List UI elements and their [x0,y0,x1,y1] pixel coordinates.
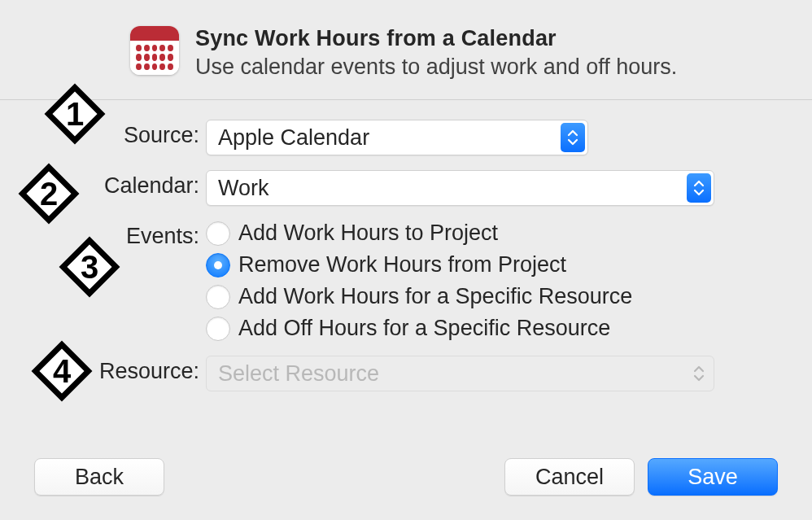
calendar-popup[interactable]: Work [206,170,714,206]
source-label: Source: [0,120,206,148]
radio-dot-icon [206,221,230,246]
calendar-value: Work [218,176,269,201]
events-radio-option[interactable]: Add Work Hours to Project [206,221,714,246]
radio-dot-icon [206,253,230,277]
radio-dot-icon [206,317,230,341]
dialog-footer: Back Cancel Save [0,458,812,520]
dialog-subtitle: Use calendar events to adjust work and o… [195,55,677,80]
resource-popup: Select Resource [206,356,714,391]
calendar-icon [130,26,179,75]
cancel-button[interactable]: Cancel [504,458,635,496]
events-radio-label: Add Work Hours for a Specific Resource [238,284,632,309]
cancel-button-label: Cancel [535,465,604,490]
source-value: Apple Calendar [218,125,369,151]
events-radio-option[interactable]: Remove Work Hours from Project [206,252,714,277]
events-radio-option[interactable]: Add Work Hours for a Specific Resource [206,284,714,309]
updown-icon [687,359,711,388]
back-button[interactable]: Back [34,458,164,496]
back-button-label: Back [75,465,124,490]
events-label: Events: [0,221,206,249]
events-radio-option[interactable]: Add Off Hours for a Specific Resource [206,316,714,341]
resource-placeholder: Select Resource [218,361,379,387]
dialog-title: Sync Work Hours from a Calendar [195,26,677,51]
dialog-header: Sync Work Hours from a Calendar Use cale… [0,0,812,99]
events-radio-group: Add Work Hours to ProjectRemove Work Hou… [206,221,714,341]
save-button-label: Save [688,465,738,490]
resource-label: Resource: [0,356,206,384]
updown-icon [687,173,711,203]
save-button[interactable]: Save [648,458,778,496]
events-radio-label: Add Off Hours for a Specific Resource [238,316,610,341]
events-radio-label: Remove Work Hours from Project [238,252,566,277]
source-popup[interactable]: Apple Calendar [206,120,588,155]
calendar-label: Calendar: [0,170,206,199]
form-body: Source: Apple Calendar Calendar: Work [0,100,812,391]
updown-icon [561,123,585,152]
radio-dot-icon [206,285,230,309]
events-radio-label: Add Work Hours to Project [238,221,498,246]
